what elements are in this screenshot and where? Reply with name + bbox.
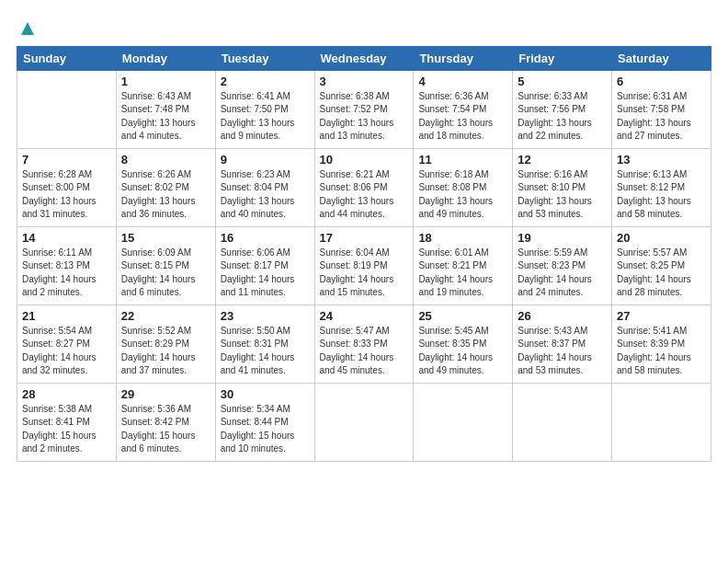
day-info: Sunrise: 5:54 AMSunset: 8:27 PMDaylight:…: [22, 325, 111, 378]
day-number: 3: [320, 75, 409, 88]
day-info: Sunrise: 6:33 AMSunset: 7:56 PMDaylight:…: [518, 90, 607, 144]
calendar-cell: 17Sunrise: 6:04 AMSunset: 8:19 PMDayligh…: [314, 226, 414, 304]
weekday-row: Sunday Monday Tuesday Wednesday Thursday…: [17, 46, 711, 70]
day-number: 26: [518, 309, 607, 323]
calendar: Sunday Monday Tuesday Wednesday Thursday…: [17, 46, 711, 462]
day-number: 21: [22, 309, 111, 323]
calendar-week-4: 28Sunrise: 5:38 AMSunset: 8:41 PMDayligh…: [17, 383, 711, 461]
day-info: Sunrise: 5:41 AMSunset: 8:39 PMDaylight:…: [617, 325, 706, 378]
calendar-cell: 6Sunrise: 6:31 AMSunset: 7:58 PMDaylight…: [612, 70, 711, 148]
calendar-cell: 25Sunrise: 5:45 AMSunset: 8:35 PMDayligh…: [414, 304, 513, 383]
col-wednesday: Wednesday: [314, 46, 414, 70]
calendar-cell: 26Sunrise: 5:43 AMSunset: 8:37 PMDayligh…: [513, 304, 612, 383]
header: [17, 17, 711, 37]
svg-marker-0: [21, 22, 34, 35]
day-info: Sunrise: 6:36 AMSunset: 7:54 PMDaylight:…: [418, 90, 507, 144]
day-info: Sunrise: 6:16 AMSunset: 8:10 PMDaylight:…: [518, 168, 607, 222]
day-number: 12: [518, 153, 607, 167]
day-info: Sunrise: 5:38 AMSunset: 8:41 PMDaylight:…: [22, 403, 111, 456]
day-number: 13: [617, 153, 706, 167]
day-number: 10: [320, 153, 409, 167]
logo-general: [17, 17, 38, 39]
day-info: Sunrise: 6:41 AMSunset: 7:50 PMDaylight:…: [221, 90, 310, 144]
calendar-cell: 20Sunrise: 5:57 AMSunset: 8:25 PMDayligh…: [612, 226, 711, 304]
calendar-cell: [513, 383, 612, 461]
day-info: Sunrise: 6:01 AMSunset: 8:21 PMDaylight:…: [418, 247, 507, 300]
day-info: Sunrise: 6:18 AMSunset: 8:08 PMDaylight:…: [418, 168, 507, 222]
calendar-cell: 23Sunrise: 5:50 AMSunset: 8:31 PMDayligh…: [215, 304, 314, 383]
calendar-week-0: 1Sunrise: 6:43 AMSunset: 7:48 PMDaylight…: [17, 70, 711, 148]
day-info: Sunrise: 5:36 AMSunset: 8:42 PMDaylight:…: [121, 403, 210, 456]
day-number: 7: [22, 153, 111, 167]
day-info: Sunrise: 6:23 AMSunset: 8:04 PMDaylight:…: [221, 168, 310, 222]
calendar-cell: [612, 383, 711, 461]
calendar-cell: 22Sunrise: 5:52 AMSunset: 8:29 PMDayligh…: [116, 304, 215, 383]
day-number: 1: [121, 75, 210, 88]
day-number: 4: [418, 75, 507, 88]
calendar-header: Sunday Monday Tuesday Wednesday Thursday…: [17, 46, 711, 70]
day-info: Sunrise: 5:50 AMSunset: 8:31 PMDaylight:…: [221, 325, 310, 378]
calendar-cell: 10Sunrise: 6:21 AMSunset: 8:06 PMDayligh…: [314, 148, 414, 226]
calendar-cell: 27Sunrise: 5:41 AMSunset: 8:39 PMDayligh…: [612, 304, 711, 383]
day-info: Sunrise: 6:09 AMSunset: 8:15 PMDaylight:…: [121, 247, 210, 300]
calendar-cell: 19Sunrise: 5:59 AMSunset: 8:23 PMDayligh…: [513, 226, 612, 304]
calendar-week-1: 7Sunrise: 6:28 AMSunset: 8:00 PMDaylight…: [17, 148, 711, 226]
day-number: 20: [617, 231, 706, 245]
calendar-cell: 2Sunrise: 6:41 AMSunset: 7:50 PMDaylight…: [215, 70, 314, 148]
calendar-cell: 5Sunrise: 6:33 AMSunset: 7:56 PMDaylight…: [513, 70, 612, 148]
day-number: 18: [418, 231, 507, 245]
logo-icon: [17, 18, 38, 39]
calendar-cell: 4Sunrise: 6:36 AMSunset: 7:54 PMDaylight…: [414, 70, 513, 148]
calendar-week-3: 21Sunrise: 5:54 AMSunset: 8:27 PMDayligh…: [17, 304, 711, 383]
calendar-cell: 28Sunrise: 5:38 AMSunset: 8:41 PMDayligh…: [17, 383, 117, 461]
day-info: Sunrise: 6:28 AMSunset: 8:00 PMDaylight:…: [22, 168, 111, 222]
day-number: 23: [221, 309, 310, 323]
calendar-cell: 16Sunrise: 6:06 AMSunset: 8:17 PMDayligh…: [215, 226, 314, 304]
day-info: Sunrise: 5:34 AMSunset: 8:44 PMDaylight:…: [221, 403, 310, 456]
col-friday: Friday: [513, 46, 612, 70]
day-info: Sunrise: 5:57 AMSunset: 8:25 PMDaylight:…: [617, 247, 706, 300]
calendar-cell: 29Sunrise: 5:36 AMSunset: 8:42 PMDayligh…: [116, 383, 215, 461]
day-info: Sunrise: 6:06 AMSunset: 8:17 PMDaylight:…: [221, 247, 310, 300]
day-number: 22: [121, 309, 210, 323]
day-number: 28: [22, 387, 111, 401]
day-info: Sunrise: 6:26 AMSunset: 8:02 PMDaylight:…: [121, 168, 210, 222]
calendar-cell: [314, 383, 414, 461]
logo: [17, 17, 38, 37]
col-saturday: Saturday: [612, 46, 711, 70]
calendar-cell: 13Sunrise: 6:13 AMSunset: 8:12 PMDayligh…: [612, 148, 711, 226]
calendar-cell: 18Sunrise: 6:01 AMSunset: 8:21 PMDayligh…: [414, 226, 513, 304]
calendar-cell: 9Sunrise: 6:23 AMSunset: 8:04 PMDaylight…: [215, 148, 314, 226]
day-number: 6: [617, 75, 706, 88]
day-number: 17: [320, 231, 409, 245]
day-info: Sunrise: 5:45 AMSunset: 8:35 PMDaylight:…: [418, 325, 507, 378]
day-number: 14: [22, 231, 111, 245]
calendar-cell: [414, 383, 513, 461]
calendar-cell: 11Sunrise: 6:18 AMSunset: 8:08 PMDayligh…: [414, 148, 513, 226]
col-thursday: Thursday: [414, 46, 513, 70]
day-number: 24: [320, 309, 409, 323]
calendar-cell: 1Sunrise: 6:43 AMSunset: 7:48 PMDaylight…: [116, 70, 215, 148]
day-number: 2: [221, 75, 310, 88]
day-info: Sunrise: 5:43 AMSunset: 8:37 PMDaylight:…: [518, 325, 607, 378]
day-info: Sunrise: 6:43 AMSunset: 7:48 PMDaylight:…: [121, 90, 210, 144]
day-number: 5: [518, 75, 607, 88]
day-number: 9: [221, 153, 310, 167]
day-number: 16: [221, 231, 310, 245]
calendar-body: 1Sunrise: 6:43 AMSunset: 7:48 PMDaylight…: [17, 70, 711, 461]
day-number: 29: [121, 387, 210, 401]
calendar-cell: 15Sunrise: 6:09 AMSunset: 8:15 PMDayligh…: [116, 226, 215, 304]
day-number: 11: [418, 153, 507, 167]
day-number: 27: [617, 309, 706, 323]
day-number: 30: [221, 387, 310, 401]
calendar-cell: 3Sunrise: 6:38 AMSunset: 7:52 PMDaylight…: [314, 70, 414, 148]
day-info: Sunrise: 6:13 AMSunset: 8:12 PMDaylight:…: [617, 168, 706, 222]
day-info: Sunrise: 6:04 AMSunset: 8:19 PMDaylight:…: [320, 247, 409, 300]
col-monday: Monday: [116, 46, 215, 70]
calendar-cell: 14Sunrise: 6:11 AMSunset: 8:13 PMDayligh…: [17, 226, 117, 304]
day-number: 25: [418, 309, 507, 323]
calendar-cell: 12Sunrise: 6:16 AMSunset: 8:10 PMDayligh…: [513, 148, 612, 226]
calendar-week-2: 14Sunrise: 6:11 AMSunset: 8:13 PMDayligh…: [17, 226, 711, 304]
calendar-cell: 24Sunrise: 5:47 AMSunset: 8:33 PMDayligh…: [314, 304, 414, 383]
calendar-cell: 7Sunrise: 6:28 AMSunset: 8:00 PMDaylight…: [17, 148, 117, 226]
